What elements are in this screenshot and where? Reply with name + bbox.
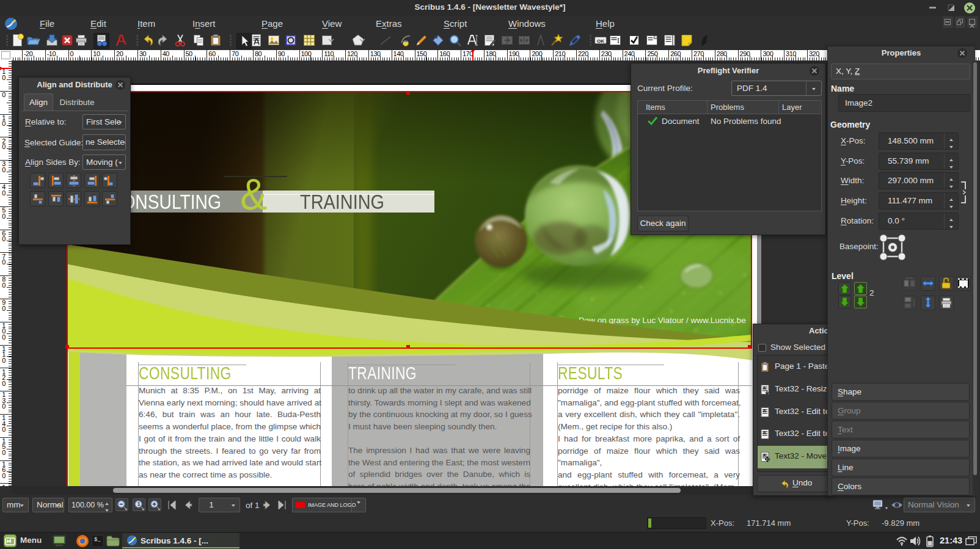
svg-text:A: A — [763, 453, 766, 457]
svg-text:A: A — [763, 409, 766, 413]
svg-text:A: A — [763, 431, 766, 435]
svg-text:OK: OK — [597, 38, 604, 44]
svg-text:A: A — [763, 386, 766, 390]
svg-text:1: 1 — [137, 501, 141, 507]
